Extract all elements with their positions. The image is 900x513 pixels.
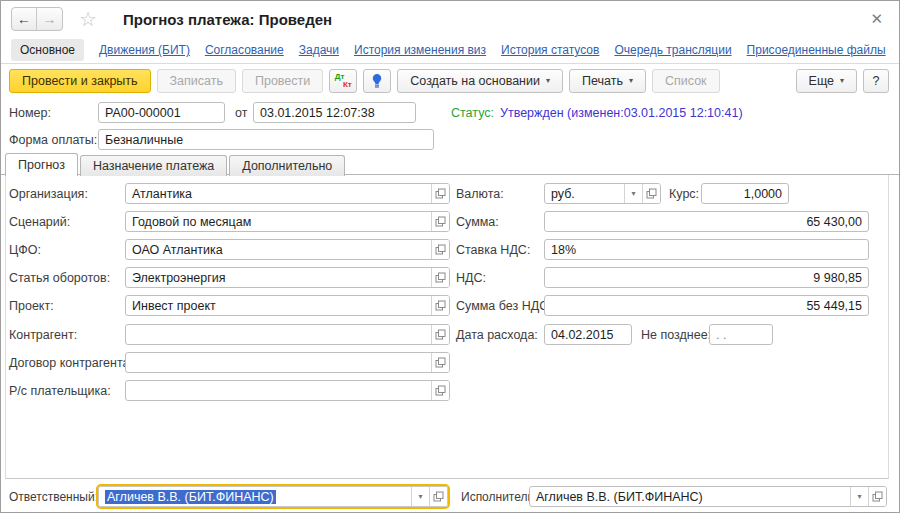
help-button[interactable]: ? [863,69,889,93]
nav-link-translation-queue[interactable]: Очередь трансляции [614,43,731,57]
amount-label: Сумма: [456,214,499,230]
payment-form-value: Безналичные [99,133,433,147]
chevron-down-icon: ▾ [546,76,550,85]
command-toolbar: Провести и закрыть Записать Провести ДтК… [1,63,899,97]
turnover-item-field[interactable]: Электроэнергия [125,267,450,288]
number-field[interactable]: РА00-000001 [98,102,225,123]
nav-link-tasks[interactable]: Задачи [299,43,339,57]
vat-label: НДС: [456,270,486,286]
rate-field[interactable]: 1,0000 [701,183,789,204]
back-button[interactable]: ← [12,8,37,30]
project-field[interactable]: Инвест проект [125,295,450,316]
amount-field[interactable]: 65 430,00 [544,211,869,232]
payer-account-label: Р/с плательщика: [9,383,111,399]
organization-field[interactable]: Атлантика [125,183,450,204]
open-icon [435,300,446,311]
document-date-value: 03.01.2015 12:07:38 [254,106,415,120]
cfo-value: ОАО Атлантика [126,243,431,257]
currency-combo[interactable]: руб. ▾ [544,183,661,204]
turnover-item-value: Электроэнергия [126,271,431,285]
amount-no-vat-value: 55 449,15 [545,299,868,313]
show-postings-button[interactable]: ДтКт [329,69,357,93]
forward-button[interactable]: → [37,8,62,30]
lamp-icon [370,73,384,89]
status-label: Статус: [451,105,494,121]
project-label: Проект: [9,298,54,314]
favorite-star-icon[interactable]: ☆ [79,9,97,29]
close-button[interactable]: ✕ [866,8,887,30]
not-later-field[interactable]: . . [709,324,773,345]
currency-label: Валюта: [456,186,504,202]
vat-field[interactable]: 9 980,85 [544,267,869,288]
not-later-label: Не позднее: [641,327,711,343]
payer-account-open-button[interactable] [431,381,449,400]
payment-forecast-window: ← → ☆ Прогноз платежа: Проведен ✕ Основн… [0,0,900,513]
scenario-open-button[interactable] [431,212,449,231]
save-button[interactable]: Записать [157,69,236,93]
post-and-close-button[interactable]: Провести и закрыть [9,69,151,93]
tab-additional[interactable]: Дополнительно [229,155,345,176]
turnover-item-open-button[interactable] [431,268,449,287]
executor-dropdown-button[interactable]: ▾ [850,487,868,506]
executor-combo[interactable]: Агличев В.В. (БИТ.ФИНАНС) ▾ [529,486,887,507]
close-icon: ✕ [870,10,883,27]
currency-open-button[interactable] [642,184,660,203]
expense-date-label: Дата расхода: [456,327,538,343]
more-label: Еще [809,74,834,88]
organization-open-button[interactable] [431,184,449,203]
chevron-down-icon: ▾ [857,493,861,501]
rate-label: Курс: [669,186,699,202]
open-icon [435,244,446,255]
currency-value: руб. [545,187,624,201]
cfo-open-button[interactable] [431,240,449,259]
contract-open-button[interactable] [431,353,449,372]
contract-label: Договор контрагента: [9,355,133,371]
dtkt-icon: ДтКт [335,72,352,89]
responsible-combo[interactable]: Агличев В.В. (БИТ.ФИНАНС) ▾ [98,486,448,507]
nav-link-bar: Основное Движения (БИТ) Согласование Зад… [1,37,899,63]
back-icon: ← [17,11,31,27]
amount-no-vat-field[interactable]: 55 449,15 [544,295,869,316]
counterparty-open-button[interactable] [431,325,449,344]
nav-link-visa-history[interactable]: История изменения виз [354,43,486,57]
open-icon [435,385,446,396]
cfo-field[interactable]: ОАО Атлантика [125,239,450,260]
tab-strip: Прогноз Назначение платежа Дополнительно [5,153,347,176]
currency-dropdown-button[interactable]: ▾ [624,184,642,203]
scenario-field[interactable]: Годовой по месяцам [125,211,450,232]
create-from-button[interactable]: Создать на основании ▾ [397,69,563,93]
list-button[interactable]: Список [652,69,720,93]
hint-lamp-button[interactable] [363,69,391,93]
project-open-button[interactable] [431,296,449,315]
date-from-label: от [235,105,247,121]
document-date-field[interactable]: 03.01.2015 12:07:38 [253,102,416,123]
tab-forecast[interactable]: Прогноз [5,153,78,176]
executor-label: Исполнитель: [461,489,537,505]
vat-rate-field[interactable]: 18% [544,239,869,260]
vat-rate-label: Ставка НДС: [456,242,530,258]
organization-value: Атлантика [126,187,431,201]
scenario-value: Годовой по месяцам [126,215,431,229]
payment-form-field[interactable]: Безналичные [98,129,434,150]
responsible-open-button[interactable] [429,487,447,506]
responsible-dropdown-button[interactable]: ▾ [411,487,429,506]
executor-open-button[interactable] [868,487,886,506]
payer-account-field[interactable] [125,380,450,401]
nav-item-main[interactable]: Основное [11,39,84,61]
nav-link-approval[interactable]: Согласование [205,43,284,57]
print-button[interactable]: Печать ▾ [569,69,646,93]
contract-field[interactable] [125,352,450,373]
tab-payment-purpose[interactable]: Назначение платежа [80,155,227,176]
expense-date-field[interactable]: 04.02.2015 [544,324,632,345]
forward-icon: → [43,11,57,27]
nav-link-status-history[interactable]: История статусов [501,43,599,57]
vat-rate-value: 18% [545,243,868,257]
counterparty-field[interactable] [125,324,450,345]
nav-link-attached-files[interactable]: Присоединенные файлы [747,43,886,57]
page-title: Прогноз платежа: Проведен [123,11,332,28]
post-button[interactable]: Провести [242,69,323,93]
more-button[interactable]: Еще ▾ [796,69,857,93]
nav-link-movements[interactable]: Движения (БИТ) [99,43,190,57]
counterparty-label: Контрагент: [9,327,77,343]
responsible-value-wrap: Агличев В.В. (БИТ.ФИНАНС) [99,490,411,504]
